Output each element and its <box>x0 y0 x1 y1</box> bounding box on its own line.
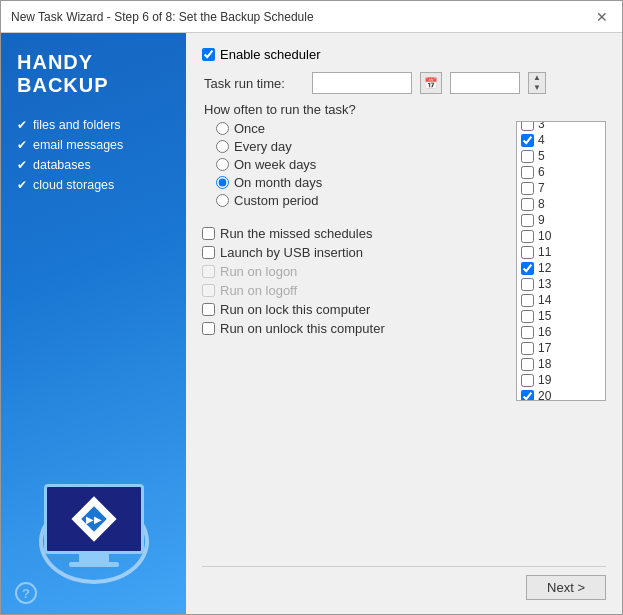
run-logon-label: Run on logon <box>220 264 297 279</box>
diamond-icon: ▶▶ <box>71 496 116 541</box>
run-missed-checkbox[interactable] <box>202 227 215 240</box>
day-checkbox-7[interactable] <box>521 182 534 195</box>
schedule-left: Once Every day On week days On mont <box>202 121 508 558</box>
radio-custom-period-input[interactable] <box>216 194 229 207</box>
window-title: New Task Wizard - Step 6 of 8: Set the B… <box>11 10 314 24</box>
day-checkbox-5[interactable] <box>521 150 534 163</box>
radio-week-days[interactable]: On week days <box>216 157 508 172</box>
day-label-17: 17 <box>538 341 551 355</box>
run-logoff-label: Run on logoff <box>220 283 297 298</box>
launch-usb-checkbox[interactable] <box>202 246 215 259</box>
frequency-radio-group: Once Every day On week days On mont <box>216 121 508 208</box>
day-row: 13 <box>521 276 601 292</box>
run-unlock-checkbox[interactable] <box>202 322 215 335</box>
enable-scheduler-label: Enable scheduler <box>220 47 320 62</box>
day-checkbox-6[interactable] <box>521 166 534 179</box>
day-checkbox-19[interactable] <box>521 374 534 387</box>
close-button[interactable]: ✕ <box>592 8 612 26</box>
day-row: 8 <box>521 196 601 212</box>
titlebar: New Task Wizard - Step 6 of 8: Set the B… <box>1 1 622 33</box>
day-checkbox-8[interactable] <box>521 198 534 211</box>
day-row: 19 <box>521 372 601 388</box>
day-checkbox-4[interactable] <box>521 134 534 147</box>
day-row: 20 <box>521 388 601 400</box>
sidebar-graphic: ▶▶ <box>11 484 176 584</box>
day-label-20: 20 <box>538 389 551 400</box>
run-lock-checkbox[interactable] <box>202 303 215 316</box>
task-run-time-row: Task run time: 14.05.2020 📅 13:14:27 ▲ ▼ <box>204 72 606 94</box>
day-label-5: 5 <box>538 149 545 163</box>
day-label-6: 6 <box>538 165 545 179</box>
day-row: 15 <box>521 308 601 324</box>
day-row: 5 <box>521 148 601 164</box>
run-lock-row: Run on lock this computer <box>202 302 508 317</box>
day-row: 6 <box>521 164 601 180</box>
days-panel: 1234567891011121314151617181920212223242… <box>516 121 606 401</box>
day-row: 4 <box>521 132 601 148</box>
date-input[interactable]: 14.05.2020 <box>312 72 412 94</box>
day-checkbox-16[interactable] <box>521 326 534 339</box>
spin-up-icon: ▲ <box>533 73 541 83</box>
day-row: 14 <box>521 292 601 308</box>
day-label-13: 13 <box>538 277 551 291</box>
day-label-3: 3 <box>538 122 545 131</box>
options-section: Run the missed schedules Launch by USB i… <box>202 226 508 336</box>
day-checkbox-9[interactable] <box>521 214 534 227</box>
run-unlock-row: Run on unlock this computer <box>202 321 508 336</box>
help-button[interactable]: ? <box>15 582 37 604</box>
radio-every-day[interactable]: Every day <box>216 139 508 154</box>
sidebar-items-list: ✔ files and folders ✔ email messages ✔ d… <box>17 115 174 195</box>
run-lock-label: Run on lock this computer <box>220 302 370 317</box>
time-spinner[interactable]: ▲ ▼ <box>528 72 546 94</box>
day-checkbox-20[interactable] <box>521 390 534 401</box>
day-checkbox-11[interactable] <box>521 246 534 259</box>
sidebar-logo: HANDY BACKUP <box>17 51 174 97</box>
task-run-time-label: Task run time: <box>204 76 304 91</box>
enable-scheduler-row: Enable scheduler <box>202 47 606 62</box>
check-icon-databases: ✔ <box>17 158 27 172</box>
day-checkbox-13[interactable] <box>521 278 534 291</box>
day-checkbox-15[interactable] <box>521 310 534 323</box>
day-checkbox-3[interactable] <box>521 122 534 131</box>
day-row: 7 <box>521 180 601 196</box>
day-label-18: 18 <box>538 357 551 371</box>
radio-every-day-input[interactable] <box>216 140 229 153</box>
enable-scheduler-checkbox[interactable] <box>202 48 215 61</box>
run-logon-checkbox <box>202 265 215 278</box>
day-label-8: 8 <box>538 197 545 211</box>
day-checkbox-12[interactable] <box>521 262 534 275</box>
radio-month-days-input[interactable] <box>216 176 229 189</box>
diamond-inner: ▶▶ <box>81 506 106 531</box>
radio-once-input[interactable] <box>216 122 229 135</box>
sidebar-item-databases: ✔ databases <box>17 155 174 175</box>
run-logon-row: Run on logon <box>202 264 508 279</box>
day-row: 10 <box>521 228 601 244</box>
day-checkbox-14[interactable] <box>521 294 534 307</box>
time-input[interactable]: 13:14:27 <box>450 72 520 94</box>
radio-month-days[interactable]: On month days <box>216 175 508 190</box>
radio-week-days-input[interactable] <box>216 158 229 171</box>
next-button[interactable]: Next > <box>526 575 606 600</box>
wizard-window: New Task Wizard - Step 6 of 8: Set the B… <box>0 0 623 615</box>
run-unlock-label: Run on unlock this computer <box>220 321 385 336</box>
schedule-and-days: Once Every day On week days On mont <box>202 121 606 558</box>
day-label-10: 10 <box>538 229 551 243</box>
radio-once[interactable]: Once <box>216 121 508 136</box>
day-row: 18 <box>521 356 601 372</box>
content-area: HANDY BACKUP ✔ files and folders ✔ email… <box>1 33 622 614</box>
day-checkbox-17[interactable] <box>521 342 534 355</box>
day-label-15: 15 <box>538 309 551 323</box>
launch-usb-label: Launch by USB insertion <box>220 245 363 260</box>
day-checkbox-18[interactable] <box>521 358 534 371</box>
check-icon-cloud: ✔ <box>17 178 27 192</box>
sidebar-item-cloud: ✔ cloud storages <box>17 175 174 195</box>
check-icon-files: ✔ <box>17 118 27 132</box>
day-checkbox-10[interactable] <box>521 230 534 243</box>
day-label-9: 9 <box>538 213 545 227</box>
how-often-label: How often to run the task? <box>204 102 606 117</box>
calendar-button[interactable]: 📅 <box>420 72 442 94</box>
day-label-16: 16 <box>538 325 551 339</box>
radio-custom-period[interactable]: Custom period <box>216 193 508 208</box>
days-list[interactable]: 1234567891011121314151617181920212223242… <box>517 122 605 400</box>
sidebar-item-email: ✔ email messages <box>17 135 174 155</box>
